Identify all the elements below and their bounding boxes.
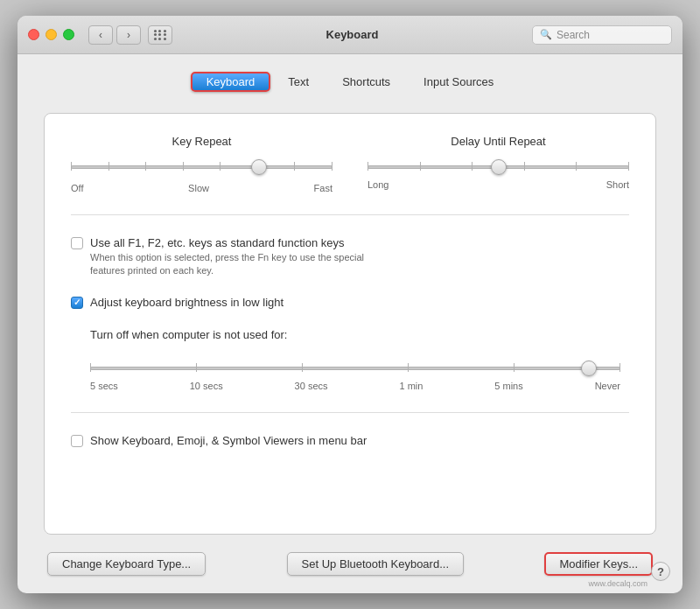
- bottom-buttons: Change Keyboard Type... Set Up Bluetooth…: [44, 552, 656, 576]
- grid-icon: [154, 30, 167, 40]
- key-repeat-label: Key Repeat: [172, 135, 232, 148]
- timer-labels: 5 secs 10 secs 30 secs 1 min 5 mins Neve…: [90, 381, 620, 391]
- tab-shortcuts[interactable]: Shortcuts: [326, 72, 406, 92]
- back-icon: ‹: [99, 29, 102, 41]
- show-viewers-label: Show Keyboard, Emoji, & Symbol Viewers i…: [90, 434, 367, 447]
- brightness-label: Adjust keyboard brightness in low light: [90, 296, 284, 309]
- key-repeat-slider-container: [71, 158, 332, 176]
- maximize-button[interactable]: [63, 29, 74, 40]
- brightness-row: Adjust keyboard brightness in low light: [71, 296, 629, 309]
- fn-keys-label: Use all F1, F2, etc. keys as standard fu…: [90, 236, 364, 249]
- tab-input-sources[interactable]: Input Sources: [408, 72, 509, 92]
- delay-repeat-thumb[interactable]: [491, 159, 507, 175]
- divider-1: [71, 214, 629, 215]
- search-placeholder: Search: [556, 29, 590, 41]
- delay-repeat-label: Delay Until Repeat: [451, 135, 545, 148]
- forward-button[interactable]: ›: [116, 25, 141, 45]
- bluetooth-keyboard-button[interactable]: Set Up Bluetooth Keyboard...: [287, 552, 464, 576]
- timer-label-never: Never: [595, 381, 620, 391]
- tab-text[interactable]: Text: [272, 72, 325, 92]
- timer-label-5s: 5 secs: [90, 381, 118, 391]
- help-button[interactable]: ?: [651, 562, 670, 581]
- traffic-lights: [28, 29, 74, 40]
- close-button[interactable]: [28, 29, 39, 40]
- timer-label-1m: 1 min: [399, 381, 423, 391]
- titlebar: ‹ › Keyboard 🔍 Search: [18, 16, 682, 54]
- key-repeat-slow-label: Slow: [188, 183, 209, 193]
- fn-keys-row: Use all F1, F2, etc. keys as standard fu…: [71, 236, 629, 278]
- show-viewers-checkbox[interactable]: [71, 435, 83, 447]
- search-icon: 🔍: [540, 29, 552, 40]
- turn-off-label: Turn off when computer is not used for:: [90, 328, 287, 341]
- show-viewers-row: Show Keyboard, Emoji, & Symbol Viewers i…: [71, 434, 629, 447]
- content-area: Keyboard Text Shortcuts Input Sources Ke…: [18, 54, 682, 593]
- timer-thumb[interactable]: [581, 360, 597, 376]
- delay-short-label: Short: [606, 179, 629, 190]
- key-repeat-thumb[interactable]: [251, 159, 267, 175]
- timer-label-10s: 10 secs: [190, 381, 223, 391]
- grid-button[interactable]: [148, 25, 172, 45]
- fn-keys-sublabel: When this option is selected, press the …: [90, 251, 364, 278]
- delay-long-label: Long: [368, 179, 388, 190]
- settings-panel: Key Repeat: [44, 113, 656, 535]
- nav-buttons: ‹ ›: [88, 25, 141, 45]
- delay-repeat-labels: Long Short: [368, 179, 629, 190]
- minimize-button[interactable]: [46, 29, 57, 40]
- tab-keyboard[interactable]: Keyboard: [191, 72, 271, 92]
- brightness-text: Adjust keyboard brightness in low light: [90, 296, 284, 309]
- watermark: www.decalq.com: [588, 579, 648, 588]
- back-button[interactable]: ‹: [88, 25, 113, 45]
- search-box[interactable]: 🔍 Search: [532, 25, 672, 45]
- forward-icon: ›: [127, 29, 130, 41]
- brightness-checkbox[interactable]: [71, 297, 83, 309]
- key-repeat-off-label: Off: [71, 183, 83, 193]
- key-repeat-group: Key Repeat: [71, 135, 332, 193]
- fn-keys-text: Use all F1, F2, etc. keys as standard fu…: [90, 236, 364, 278]
- timer-slider-container: [90, 360, 620, 377]
- turn-off-label-row: Turn off when computer is not used for:: [71, 326, 629, 342]
- sliders-section: Key Repeat: [71, 135, 629, 193]
- fn-keys-checkbox[interactable]: [71, 237, 83, 249]
- delay-repeat-slider-container: [368, 158, 629, 176]
- key-repeat-labels: Off Slow Fast: [71, 183, 332, 193]
- timer-label-30s: 30 secs: [295, 381, 328, 391]
- divider-2: [71, 412, 629, 413]
- timer-label-5m: 5 mins: [494, 381, 522, 391]
- main-window: ‹ › Keyboard 🔍 Search Keyboard Text Shor…: [18, 16, 682, 593]
- delay-repeat-group: Delay Until Repeat: [368, 135, 629, 193]
- timer-ticks: [90, 363, 620, 372]
- tab-bar: Keyboard Text Shortcuts Input Sources: [44, 72, 656, 92]
- key-repeat-ticks: [71, 162, 332, 171]
- key-repeat-fast-label: Fast: [314, 183, 332, 193]
- modifier-keys-button[interactable]: Modifier Keys...: [544, 552, 653, 576]
- window-title: Keyboard: [190, 28, 514, 41]
- change-keyboard-button[interactable]: Change Keyboard Type...: [47, 552, 206, 576]
- timer-slider-section: 5 secs 10 secs 30 secs 1 min 5 mins Neve…: [71, 360, 629, 391]
